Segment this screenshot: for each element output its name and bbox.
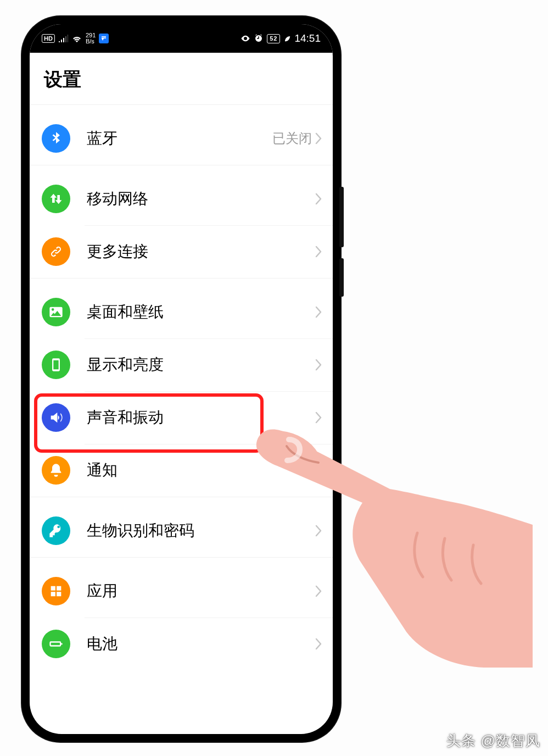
battery-icon (42, 630, 70, 658)
chevron-right-icon (315, 464, 322, 476)
alarm-icon (254, 34, 264, 43)
key-icon (42, 516, 70, 545)
status-right: 52 14:51 (241, 32, 321, 45)
row-value: 已关闭 (272, 130, 312, 147)
row-label: 显示和亮度 (87, 354, 315, 375)
settings-row-battery[interactable]: 电池 (30, 618, 333, 670)
row-label: 应用 (87, 581, 315, 602)
settings-row-biometric[interactable]: 生物识别和密码 (30, 504, 333, 557)
bell-icon (42, 456, 70, 485)
clock-time: 14:51 (294, 32, 321, 45)
row-label: 生物识别和密码 (87, 520, 315, 541)
chevron-right-icon (315, 525, 322, 537)
page-title: 设置 (30, 53, 333, 104)
settings-row-apps[interactable]: 应用 (30, 565, 333, 618)
net-speed: 291 B/s (86, 32, 96, 45)
side-button-1 (339, 187, 344, 247)
bluetooth-icon (42, 124, 70, 153)
settings-row-wallpaper[interactable]: 桌面和壁纸 (30, 286, 333, 338)
row-label: 电池 (87, 633, 315, 654)
sound-icon (42, 403, 70, 432)
svg-point-0 (245, 38, 247, 40)
wifi-icon (71, 35, 82, 42)
row-label: 移动网络 (87, 188, 315, 209)
picture-icon (42, 298, 70, 326)
eye-icon (241, 34, 250, 43)
chevron-right-icon (315, 193, 322, 205)
phone-frame: HD 291 B/s (22, 16, 340, 742)
settings-row-sound[interactable]: 声音和振动 (30, 391, 333, 444)
chevron-right-icon (315, 638, 322, 650)
phone-rect-icon (42, 351, 70, 379)
settings-row-more-conn[interactable]: 更多连接 (30, 225, 333, 278)
screen: HD 291 B/s (30, 24, 333, 734)
chevron-right-icon (315, 585, 322, 597)
row-label: 更多连接 (87, 241, 315, 262)
row-label: 蓝牙 (87, 128, 272, 149)
status-left: HD 291 B/s (42, 32, 109, 45)
chevron-right-icon (315, 306, 322, 318)
hd-indicator: HD (42, 34, 55, 43)
updown-icon (42, 185, 70, 213)
battery-indicator: 52 (267, 34, 280, 43)
settings-list: 蓝牙 已关闭 移动网络 更多连接 桌面和壁纸 显示和亮度 声音 (30, 104, 333, 670)
row-label: 桌面和壁纸 (87, 302, 315, 323)
settings-row-display[interactable]: 显示和亮度 (30, 338, 333, 391)
settings-row-bluetooth[interactable]: 蓝牙 已关闭 (30, 112, 333, 165)
row-label: 声音和振动 (87, 407, 315, 428)
watermark: 头条 @数智风 (446, 731, 540, 751)
chevron-right-icon (315, 246, 322, 258)
alipay-icon (99, 34, 109, 43)
leaf-icon (283, 35, 291, 42)
side-button-2 (339, 258, 344, 297)
grid-icon (42, 577, 70, 605)
status-bar: HD 291 B/s (30, 24, 333, 53)
signal-icon (58, 35, 68, 42)
chevron-right-icon (315, 359, 322, 371)
row-label: 通知 (87, 460, 315, 481)
net-speed-unit: B/s (86, 38, 94, 45)
link-icon (42, 237, 70, 266)
chevron-right-icon (315, 412, 322, 424)
settings-row-mobile[interactable]: 移动网络 (30, 173, 333, 225)
settings-row-notify[interactable]: 通知 (30, 444, 333, 497)
chevron-right-icon (315, 132, 322, 144)
